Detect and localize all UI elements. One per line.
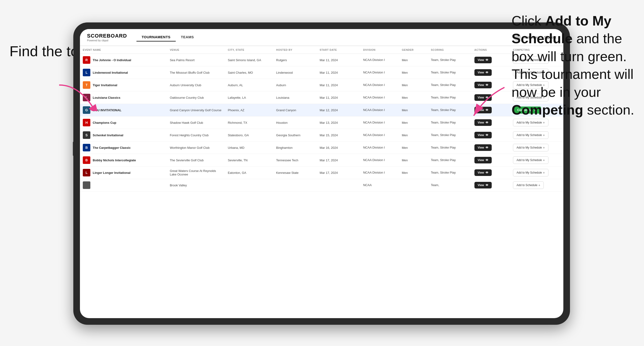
event-name: Louisiana Classics bbox=[93, 96, 120, 99]
scoring-cell: Team, Stroke Play bbox=[428, 54, 472, 66]
division-cell: NCAA Division I bbox=[360, 154, 399, 167]
table-row: GGCU INVITATIONALGrand Canyon University… bbox=[80, 104, 563, 116]
division-cell: NCAA Division I bbox=[360, 142, 399, 154]
view-button[interactable]: View 👁 bbox=[474, 107, 492, 113]
table-row: HChampions CupShadow Hawk Golf ClubRichm… bbox=[80, 116, 563, 129]
competing-cell: Add to My Schedule + bbox=[510, 142, 563, 154]
table-row: RThe Johnnie - O IndividualSea Palms Res… bbox=[80, 54, 563, 66]
event-name-cell: GGCU INVITATIONAL bbox=[80, 104, 167, 116]
table-header-row: EVENT NAME VENUE CITY, STATE HOSTED BY S… bbox=[80, 46, 563, 54]
city-cell: Auburn, AL bbox=[225, 79, 273, 91]
hosted-cell: Grand Canyon bbox=[274, 104, 317, 116]
competing-cell: Add to Schedule + bbox=[510, 179, 563, 191]
event-name: The Johnnie - O Individual bbox=[93, 58, 131, 62]
add-to-schedule-button[interactable]: Add to Schedule + bbox=[513, 181, 544, 189]
venue-cell: Brook Valley bbox=[167, 179, 225, 191]
competing-cell: Add to My Schedule + bbox=[510, 154, 563, 167]
scoring-cell: Team, Stroke Play bbox=[428, 142, 472, 154]
col-header-division: DIVISION bbox=[360, 46, 399, 54]
view-button[interactable]: View 👁 bbox=[474, 69, 492, 76]
event-name-cell bbox=[80, 179, 167, 191]
actions-cell: View 👁 bbox=[472, 154, 510, 167]
city-cell: Phoenix, AZ bbox=[225, 104, 273, 116]
date-cell bbox=[317, 179, 360, 191]
team-logo: H bbox=[83, 119, 90, 126]
scoring-cell: Team, Stroke Play bbox=[428, 154, 472, 167]
view-button[interactable]: View 👁 bbox=[474, 119, 492, 126]
actions-cell: View 👁 bbox=[472, 91, 510, 104]
city-cell bbox=[225, 179, 273, 191]
col-header-actions: ACTIONS bbox=[472, 46, 510, 54]
city-cell: Sevierville, TN bbox=[225, 154, 273, 167]
date-cell: Mar 13, 2024 bbox=[317, 116, 360, 129]
nav-tabs: TOURNAMENTS TEAMS bbox=[136, 33, 199, 42]
actions-cell: View 👁 bbox=[472, 116, 510, 129]
competing-cell: Add to My Schedule + bbox=[510, 129, 563, 142]
col-header-hosted: HOSTED BY bbox=[274, 46, 317, 54]
venue-cell: Great Waters Course At Reynolds Lake Oco… bbox=[167, 167, 225, 179]
add-to-schedule-button[interactable]: Add to My Schedule + bbox=[513, 156, 548, 164]
tab-teams[interactable]: TEAMS bbox=[176, 33, 199, 42]
tablet-frame: SCOREBOARD Powered by clippd TOURNAMENTS… bbox=[73, 22, 570, 325]
table-row: TTiger InvitationalAuburn University Clu… bbox=[80, 79, 563, 91]
gender-cell: Men bbox=[399, 154, 428, 167]
table-row: LLinger Longer InvitationalGreat Waters … bbox=[80, 167, 563, 179]
gender-cell: Men bbox=[399, 54, 428, 66]
hosted-cell: Binghamton bbox=[274, 142, 317, 154]
event-name: Tiger Invitational bbox=[93, 83, 117, 87]
division-cell: NCAA Division I bbox=[360, 79, 399, 91]
gender-cell: Men bbox=[399, 129, 428, 142]
date-cell: Mar 17, 2024 bbox=[317, 167, 360, 179]
logo-area: SCOREBOARD Powered by clippd bbox=[87, 33, 127, 42]
scoring-cell: Team, Stroke Play bbox=[428, 91, 472, 104]
hosted-cell: Auburn bbox=[274, 79, 317, 91]
view-button[interactable]: View 👁 bbox=[474, 82, 492, 88]
tab-tournaments[interactable]: TOURNAMENTS bbox=[136, 33, 176, 42]
city-cell: Statesboro, GA bbox=[225, 129, 273, 142]
view-button[interactable]: View 👁 bbox=[474, 144, 492, 151]
add-to-schedule-button[interactable]: Add to My Schedule + bbox=[513, 131, 548, 139]
logo-title: SCOREBOARD bbox=[87, 33, 127, 39]
gender-cell bbox=[399, 179, 428, 191]
view-button[interactable]: View 👁 bbox=[474, 182, 492, 188]
add-to-schedule-button[interactable]: Add to My Schedule + bbox=[513, 144, 548, 151]
view-button[interactable]: View 👁 bbox=[474, 57, 492, 63]
team-logo: G bbox=[83, 106, 90, 114]
actions-cell: View 👁 bbox=[472, 167, 510, 179]
team-logo: L bbox=[83, 169, 90, 176]
view-button[interactable]: View 👁 bbox=[474, 94, 492, 101]
venue-cell: Oakbourne Country Club bbox=[167, 91, 225, 104]
add-to-schedule-button[interactable]: Add to My Schedule + bbox=[513, 169, 548, 176]
division-cell: NCAA Division I bbox=[360, 104, 399, 116]
actions-cell: View 👁 bbox=[472, 104, 510, 116]
hosted-cell: Louisiana bbox=[274, 91, 317, 104]
logo-subtitle: Powered by clippd bbox=[87, 39, 127, 42]
gender-cell: Men bbox=[399, 91, 428, 104]
gender-cell: Men bbox=[399, 79, 428, 91]
add-to-schedule-button[interactable]: Add to My Schedule + bbox=[513, 119, 548, 126]
venue-cell: Shadow Hawk Golf Club bbox=[167, 116, 225, 129]
date-cell: Mar 15, 2024 bbox=[317, 129, 360, 142]
table-body: RThe Johnnie - O IndividualSea Palms Res… bbox=[80, 54, 563, 191]
table-row: BThe Carpetbagger ClassicWorthington Man… bbox=[80, 142, 563, 154]
actions-cell: View 👁 bbox=[472, 179, 510, 191]
event-name: The Carpetbagger Classic bbox=[93, 146, 130, 150]
annotation-right: Click Add to My Schedule and the box wil… bbox=[512, 12, 637, 119]
venue-cell: The Missouri Bluffs Golf Club bbox=[167, 66, 225, 79]
col-header-event: EVENT NAME bbox=[80, 46, 167, 54]
event-name: Champions Cup bbox=[93, 121, 116, 125]
division-cell: NCAA Division I bbox=[360, 54, 399, 66]
table-row: LLouisiana ClassicsOakbourne Country Clu… bbox=[80, 91, 563, 104]
hosted-cell: Houston bbox=[274, 116, 317, 129]
view-button[interactable]: View 👁 bbox=[474, 132, 492, 138]
hosted-cell: Georgia Southern bbox=[274, 129, 317, 142]
team-logo: S bbox=[83, 131, 90, 139]
view-button[interactable]: View 👁 bbox=[474, 169, 492, 176]
division-cell: NCAA Division I bbox=[360, 129, 399, 142]
view-button[interactable]: View 👁 bbox=[474, 157, 492, 164]
gender-cell: Men bbox=[399, 167, 428, 179]
event-name-cell: RThe Johnnie - O Individual bbox=[80, 54, 167, 66]
table-container: EVENT NAME VENUE CITY, STATE HOSTED BY S… bbox=[80, 46, 563, 318]
event-name-cell: BBobby Nichols Intercollegiate bbox=[80, 154, 167, 167]
city-cell: Lafayette, LA bbox=[225, 91, 273, 104]
